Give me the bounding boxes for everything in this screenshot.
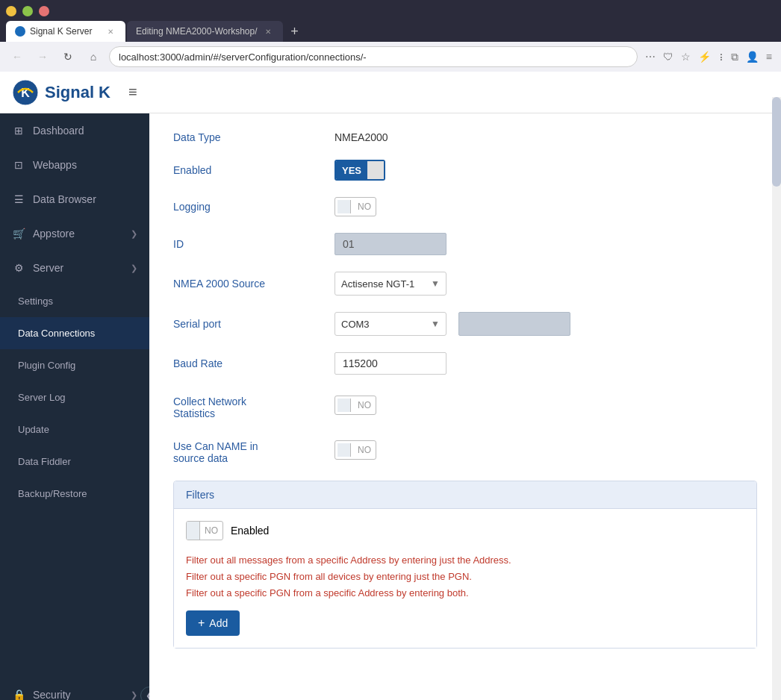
enabled-label: Enabled: [173, 164, 323, 176]
collections-icon[interactable]: ⫶: [717, 49, 725, 64]
back-button[interactable]: ←: [7, 47, 27, 66]
sidebar-item-server[interactable]: ⚙ Server ❯: [0, 251, 149, 285]
tab-close-editing[interactable]: ✕: [262, 25, 274, 37]
sidebar-item-data-fiddler[interactable]: Data Fiddler: [0, 446, 149, 478]
baud-rate-input[interactable]: [335, 352, 446, 375]
filters-section: Filters NO Enabled Filter out all messag…: [173, 481, 757, 649]
address-bar: ← → ↻ ⌂ ⋯ 🛡 ☆ ⚡ ⫶ ⧉ 👤 ≡: [0, 42, 781, 72]
minimize-button[interactable]: [6, 6, 16, 16]
serial-port-select[interactable]: COM3 ▼: [335, 312, 446, 336]
sidebar-label-data-connections: Data Connections: [18, 328, 137, 339]
use-can-toggle[interactable]: NO: [335, 440, 376, 460]
tab-close-signal-k[interactable]: ✕: [105, 25, 116, 37]
app-header: K Signal K ≡: [0, 72, 781, 113]
logging-row: Logging NO: [173, 197, 757, 216]
tab-favicon-signal-k: [15, 26, 25, 37]
id-label: ID: [173, 238, 323, 250]
sidebar-label-dashboard: Dashboard: [33, 125, 137, 137]
webapps-icon: ⊡: [12, 158, 25, 172]
tab-signal-k[interactable]: Signal K Server ✕: [6, 21, 125, 42]
logging-no-label: NO: [353, 201, 376, 212]
data-type-value: NMEA2000: [335, 131, 388, 143]
enabled-toggle[interactable]: YES: [335, 160, 385, 181]
more-options-icon[interactable]: ⋯: [644, 49, 657, 64]
reload-button[interactable]: ↻: [58, 47, 78, 66]
serial-port-chevron-icon: ▼: [431, 319, 440, 329]
logo-area: K Signal K ≡: [12, 79, 140, 106]
baud-rate-label: Baud Rate: [173, 357, 323, 369]
logging-label: Logging: [173, 201, 323, 213]
serial-port-label: Serial port: [173, 318, 323, 330]
sidebar-item-webapps[interactable]: ⊡ Webapps: [0, 148, 149, 182]
tab-editing[interactable]: Editing NMEA2000-Workshop/ ✕: [127, 21, 283, 42]
enabled-row: Enabled YES: [173, 160, 757, 181]
filters-enabled-row: NO Enabled: [186, 521, 744, 540]
sidebar-item-data-connections[interactable]: Data Connections: [0, 317, 149, 349]
logo-svg: K: [12, 79, 39, 106]
sidebar: ⊞ Dashboard ⊡ Webapps ☰ Data Browser 🛒 A…: [0, 113, 149, 700]
collect-network-checkbox: [337, 399, 351, 412]
filters-header: Filters: [174, 481, 756, 509]
data-type-row: Data Type NMEA2000: [173, 131, 757, 143]
extensions-icon[interactable]: ⚡: [697, 49, 712, 64]
tab-label-signal-k: Signal K Server: [30, 26, 100, 37]
address-icons: ⋯ 🛡 ☆ ⚡ ⫶ ⧉ 👤 ≡: [644, 49, 774, 65]
forward-button[interactable]: →: [33, 47, 52, 66]
sidebar-label-backup-restore: Backup/Restore: [18, 488, 137, 499]
logging-checkbox: [337, 200, 351, 213]
use-can-label-text: Use Can NAME in: [173, 440, 258, 452]
id-input[interactable]: [335, 233, 446, 255]
logging-toggle[interactable]: NO: [335, 197, 376, 216]
sidebar-item-dashboard[interactable]: ⊞ Dashboard: [0, 113, 149, 148]
scrollbar-thumb[interactable]: [772, 113, 781, 187]
shield-icon[interactable]: 🛡: [662, 49, 675, 64]
tab-label-editing: Editing NMEA2000-Workshop/: [136, 26, 258, 37]
collect-network-toggle[interactable]: NO: [335, 396, 376, 415]
sidebar-item-appstore[interactable]: 🛒 Appstore ❯: [0, 216, 149, 251]
nmea-source-row: NMEA 2000 Source Actisense NGT-1 ▼: [173, 272, 757, 296]
maximize-button[interactable]: [22, 6, 33, 16]
sidebar-item-security[interactable]: 🔒 Security ❯: [0, 678, 149, 700]
bookmark-icon[interactable]: ☆: [679, 49, 692, 64]
profile-icon[interactable]: 👤: [744, 49, 760, 64]
add-filter-label: Add: [209, 617, 228, 629]
filter-hints: Filter out all messages from a specific …: [186, 552, 744, 601]
nmea-source-value: Actisense NGT-1: [341, 278, 428, 290]
enabled-yes-label: YES: [336, 161, 367, 179]
filters-enabled-toggle[interactable]: NO: [186, 521, 223, 540]
content-area: Data Type NMEA2000 Enabled YES Logging N…: [149, 113, 781, 700]
tabs-bar: Signal K Server ✕ Editing NMEA2000-Works…: [6, 21, 775, 42]
add-filter-button[interactable]: + Add: [186, 610, 240, 636]
sidebar-label-plugin-config: Plugin Config: [18, 360, 137, 371]
serial-port-value: COM3: [341, 319, 428, 330]
menu-icon[interactable]: ≡: [765, 49, 774, 64]
sidebar-item-plugin-config[interactable]: Plugin Config: [0, 349, 149, 381]
nmea-source-select[interactable]: Actisense NGT-1 ▼: [335, 272, 446, 296]
hamburger-menu-button[interactable]: ≡: [125, 81, 140, 104]
use-can-label2-text: source data: [173, 452, 228, 464]
tabs-icon[interactable]: ⧉: [729, 49, 740, 65]
use-can-row: Use Can NAME in source data NO: [173, 436, 757, 464]
address-input[interactable]: [109, 46, 638, 67]
home-button[interactable]: ⌂: [84, 47, 103, 66]
browser-titlebar: [6, 6, 775, 16]
sidebar-item-backup-restore[interactable]: Backup/Restore: [0, 478, 149, 510]
sidebar-item-settings[interactable]: Settings: [0, 285, 149, 317]
sidebar-item-server-log[interactable]: Server Log: [0, 381, 149, 413]
close-button[interactable]: [39, 6, 49, 16]
new-tab-button[interactable]: +: [284, 21, 305, 42]
filter-hint-1: Filter out all messages from a specific …: [186, 552, 744, 569]
filters-title: Filters: [186, 489, 214, 501]
sidebar-item-update[interactable]: Update: [0, 413, 149, 446]
main-layout: ⊞ Dashboard ⊡ Webapps ☰ Data Browser 🛒 A…: [0, 113, 781, 700]
filter-hint-2: Filter out a specific PGN from all devic…: [186, 569, 744, 585]
use-can-checkbox: [337, 443, 351, 457]
appstore-icon: 🛒: [12, 227, 25, 240]
app-container: K Signal K ≡ ⊞ Dashboard ⊡ Webapps ☰ Dat…: [0, 72, 781, 700]
window-controls[interactable]: [6, 6, 49, 16]
sidebar-item-data-browser[interactable]: ☰ Data Browser: [0, 182, 149, 216]
filters-enabled-label: Enabled: [231, 525, 269, 537]
collect-network-row: Collect Network Statistics NO: [173, 391, 757, 419]
collect-network-label2-text: Statistics: [173, 407, 215, 419]
appstore-chevron-icon: ❯: [131, 229, 137, 239]
